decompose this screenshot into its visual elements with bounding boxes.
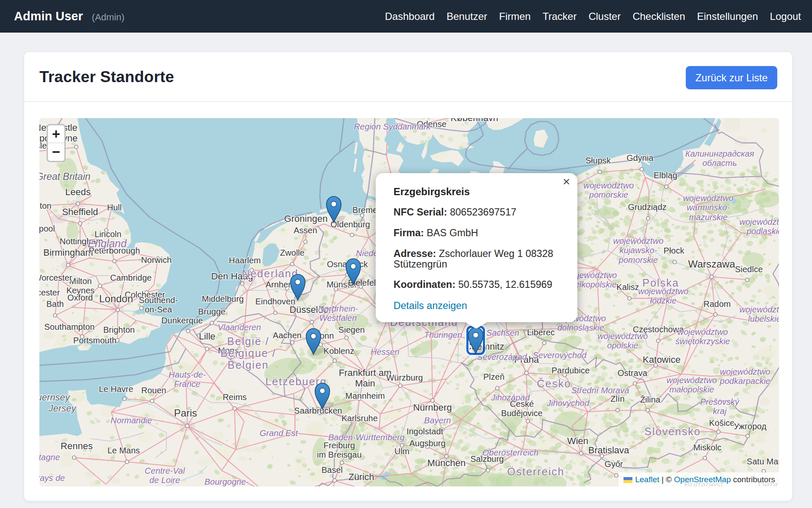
svg-text:Bath: Bath <box>46 299 64 309</box>
svg-text:Košice: Košice <box>709 418 734 428</box>
svg-text:Nederland: Nederland <box>242 268 298 279</box>
svg-text:Rouen: Rouen <box>141 386 166 395</box>
svg-text:Oberösterreich: Oberösterreich <box>482 448 538 457</box>
svg-text:Jersey: Jersey <box>48 403 77 414</box>
svg-text:Le Mans: Le Mans <box>108 446 140 455</box>
svg-text:Satu Mare: Satu Mare <box>747 457 779 466</box>
svg-text:Carlisle: Carlisle <box>39 141 47 150</box>
svg-text:Hauts-de-France: Hauts-de-France <box>169 370 206 389</box>
svg-text:België /Belgique /Belgien: België /Belgique /Belgien <box>220 335 276 371</box>
svg-text:Siegen: Siegen <box>338 325 365 334</box>
svg-text:Grudziądz: Grudziądz <box>628 202 666 212</box>
svg-text:Nordrhein-Westfalen: Nordrhein-Westfalen <box>318 304 358 323</box>
svg-text:Worcester: Worcester <box>39 273 72 282</box>
svg-text:Jihozápad: Jihozápad <box>491 393 530 402</box>
svg-text:Preston: Preston <box>39 201 51 210</box>
svg-text:Ingolstadt: Ingolstadt <box>407 427 443 436</box>
svg-text:Groningen: Groningen <box>284 213 328 224</box>
svg-text:Radom: Radom <box>704 299 731 309</box>
svg-text:Miskolc: Miskolc <box>693 443 722 452</box>
svg-text:Hull: Hull <box>107 203 122 212</box>
svg-text:Ужгород: Ужгород <box>734 422 767 431</box>
svg-text:Sheffield: Sheffield <box>62 207 98 217</box>
svg-text:Severovýchod: Severovýchod <box>533 351 587 360</box>
svg-text:Płock: Płock <box>664 246 685 255</box>
svg-text:Bratislava: Bratislava <box>588 445 629 456</box>
svg-text:Zlín: Zlín <box>610 394 624 403</box>
svg-text:Thüringen: Thüringen <box>424 330 462 340</box>
svg-text:England: England <box>88 237 127 249</box>
svg-text:Guernsey: Guernsey <box>39 392 71 403</box>
svg-text:Pays de: Pays de <box>39 473 65 483</box>
svg-text:Žilina: Žilina <box>640 395 661 404</box>
svg-text:Katowice: Katowice <box>643 354 680 365</box>
svg-text:województwoświętokrzyskie: województwoświętokrzyskie <box>676 327 730 346</box>
svg-text:Rennes: Rennes <box>61 441 93 451</box>
svg-text:Dunkerque: Dunkerque <box>161 316 203 325</box>
svg-text:Hessen: Hessen <box>371 347 399 356</box>
svg-text:Ulm: Ulm <box>394 447 410 456</box>
svg-text:Mannheim: Mannheim <box>345 391 385 400</box>
svg-text:Česko: Česko <box>537 378 571 389</box>
svg-text:Liberec: Liberec <box>527 328 555 337</box>
svg-text:Liverpool: Liverpool <box>39 224 55 233</box>
svg-text:Nürnberg: Nürnberg <box>413 402 452 413</box>
svg-text:Vlaanderen: Vlaanderen <box>218 323 261 332</box>
svg-text:Lille: Lille <box>199 331 215 342</box>
svg-text:województwomałopolskie: województwomałopolskie <box>667 375 717 394</box>
svg-text:Slovensko: Slovensko <box>644 425 701 437</box>
svg-text:Cambridge: Cambridge <box>110 273 152 282</box>
svg-text:Leeds: Leeds <box>65 187 91 197</box>
svg-text:London: London <box>99 293 133 304</box>
svg-text:Brugge: Brugge <box>198 307 226 316</box>
svg-text:Oxford: Oxford <box>67 293 93 302</box>
svg-text:Gdynia: Gdynia <box>626 153 654 163</box>
svg-text:Wien: Wien <box>567 436 588 446</box>
svg-text:Gloucester: Gloucester <box>39 288 60 297</box>
svg-text:Great Britain: Great Britain <box>39 171 91 182</box>
svg-text:Normandie: Normandie <box>111 416 152 425</box>
svg-text:Střední Morava: Střední Morava <box>571 386 629 395</box>
svg-text:Würzburg: Würzburg <box>386 373 423 382</box>
svg-text:Ostrava: Ostrava <box>618 368 648 378</box>
svg-text:Aachen: Aachen <box>273 331 302 340</box>
svg-text:Birmingham: Birmingham <box>43 247 93 258</box>
svg-text:München: München <box>427 458 466 468</box>
svg-text:Reims: Reims <box>223 392 247 402</box>
svg-text:Polska: Polska <box>642 277 679 289</box>
svg-text:województwowarmińsko-mazurskie: województwowarmińsko-mazurskie <box>683 193 734 222</box>
svg-text:Zwolle: Zwolle <box>280 248 305 257</box>
svg-text:Basel: Basel <box>321 465 343 475</box>
svg-text:Haarlem: Haarlem <box>229 256 261 265</box>
svg-text:województwopodkarpackie: województwopodkarpackie <box>720 367 770 386</box>
svg-text:Grand Est: Grand Est <box>260 428 298 438</box>
svg-text:Warszawa: Warszawa <box>688 258 735 270</box>
svg-text:województwopomorskie: województwopomorskie <box>584 181 634 199</box>
svg-text:Augsburg: Augsburg <box>409 439 446 448</box>
svg-text:Region Syddanmark: Region Syddanmark <box>354 122 431 131</box>
svg-text:Bretagne: Bretagne <box>39 453 60 462</box>
svg-text:Brighton: Brighton <box>103 325 135 334</box>
svg-text:Kalisz: Kalisz <box>616 282 639 292</box>
svg-text:Saarbrücken: Saarbrücken <box>294 406 342 415</box>
svg-text:Portsmouth: Portsmouth <box>73 336 116 345</box>
svg-text:Plzeň: Plzeň <box>483 372 504 381</box>
svg-text:Pardubice: Pardubice <box>551 366 590 375</box>
svg-text:Słupsk: Słupsk <box>585 156 611 165</box>
svg-text:Freiburgim Breisgau: Freiburgim Breisgau <box>317 441 362 459</box>
svg-text:Bourgogne-: Bourgogne- <box>205 477 249 486</box>
svg-text:Jihovýchod: Jihovýchod <box>546 398 590 408</box>
svg-text:Middelburg: Middelburg <box>202 294 244 304</box>
svg-text:Norwich: Norwich <box>141 255 172 265</box>
svg-text:Österreich: Österreich <box>507 466 564 478</box>
svg-text:Sachsen: Sachsen <box>486 328 519 337</box>
svg-text:Siedlce: Siedlce <box>735 265 763 274</box>
svg-text:Győr: Győr <box>604 459 623 469</box>
svg-text:Centre-Valde Loire: Centre-Valde Loire <box>145 466 185 485</box>
svg-text:Zürich: Zürich <box>348 472 374 482</box>
svg-text:Le Havre: Le Havre <box>99 384 133 394</box>
svg-text:województwokujawsko-pomorskie: województwokujawsko-pomorskie <box>613 236 664 265</box>
svg-text:Southampton: Southampton <box>44 322 95 331</box>
svg-text:Baden-Württemberg: Baden-Württemberg <box>328 433 405 442</box>
svg-text:Koblenz: Koblenz <box>324 346 354 356</box>
